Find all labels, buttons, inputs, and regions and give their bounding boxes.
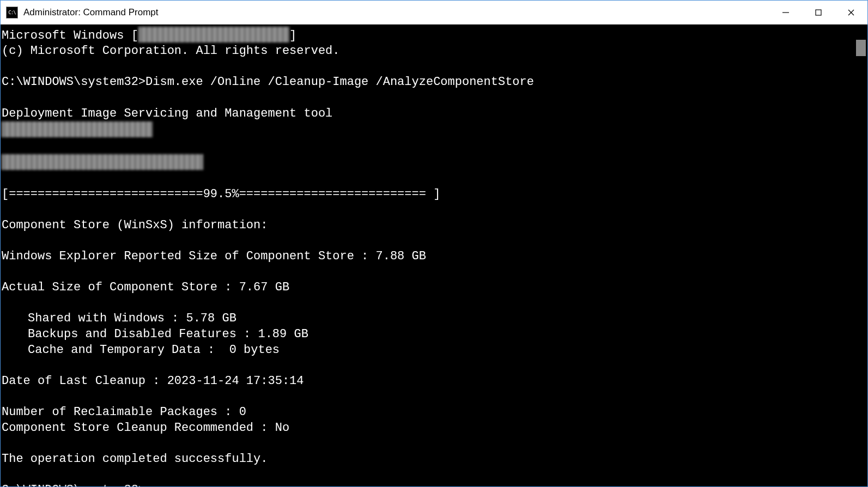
minimize-button[interactable] — [769, 1, 802, 24]
section-header: Component Store (WinSxS) information: — [2, 218, 268, 232]
close-button[interactable] — [835, 1, 867, 24]
cache-line: Cache and Temporary Data : 0 bytes — [2, 343, 280, 358]
last-cleanup-line: Date of Last Cleanup : 2023-11-24 17:35:… — [2, 374, 304, 388]
minimize-icon — [782, 9, 790, 16]
window-title: Administrator: Command Prompt — [23, 7, 769, 18]
os-line-prefix: Microsoft Windows [ — [2, 29, 138, 42]
dism-header: Deployment Image Servicing and Managemen… — [2, 107, 332, 120]
shared-line: Shared with Windows : 5.78 GB — [2, 311, 236, 327]
window-controls — [769, 1, 867, 24]
copyright-line: (c) Microsoft Corporation. All rights re… — [2, 44, 340, 58]
command-text: Dism.exe /Online /Cleanup-Image /Analyze… — [145, 75, 534, 89]
prompt-path: C:\WINDOWS\system32> — [2, 75, 145, 89]
prompt-path-2: C:\WINDOWS\system32> — [2, 483, 145, 486]
maximize-button[interactable] — [802, 1, 835, 24]
reclaimable-line: Number of Reclaimable Packages : 0 — [2, 405, 246, 419]
progress-bar-text: [===========================99.5%=======… — [2, 187, 440, 201]
recommended-line: Component Store Cleanup Recommended : No — [2, 421, 289, 435]
redacted-version: XXXXXXXX XX XXXXXXXXX — [138, 27, 289, 42]
maximize-icon — [815, 9, 822, 16]
scroll-thumb[interactable] — [856, 40, 866, 56]
backups-line: Backups and Disabled Features : 1.89 GB — [2, 327, 308, 343]
reported-size-line: Windows Explorer Reported Size of Compon… — [2, 249, 426, 263]
redacted-dism-version: XXXXXXX XXXXXX XXXXXX — [2, 121, 153, 137]
redacted-image-version: XXXXX XXXXXXX XXXXXXXXXXXXX — [2, 154, 203, 170]
terminal-output[interactable]: Microsoft Windows [XXXXXXXX XX XXXXXXXXX… — [1, 25, 854, 486]
terminal-area: Microsoft Windows [XXXXXXXX XX XXXXXXXXX… — [1, 25, 867, 486]
svg-rect-1 — [816, 10, 821, 15]
os-line-suffix: ] — [289, 29, 296, 42]
success-line: The operation completed successfully. — [2, 452, 268, 466]
close-icon — [847, 9, 855, 16]
scrollbar[interactable] — [854, 25, 867, 486]
actual-size-line: Actual Size of Component Store : 7.67 GB — [2, 281, 289, 294]
cmd-icon: C:\ — [6, 7, 18, 19]
titlebar[interactable]: C:\ Administrator: Command Prompt — [1, 1, 867, 25]
command-prompt-window: C:\ Administrator: Command Prompt Micros… — [0, 0, 868, 487]
